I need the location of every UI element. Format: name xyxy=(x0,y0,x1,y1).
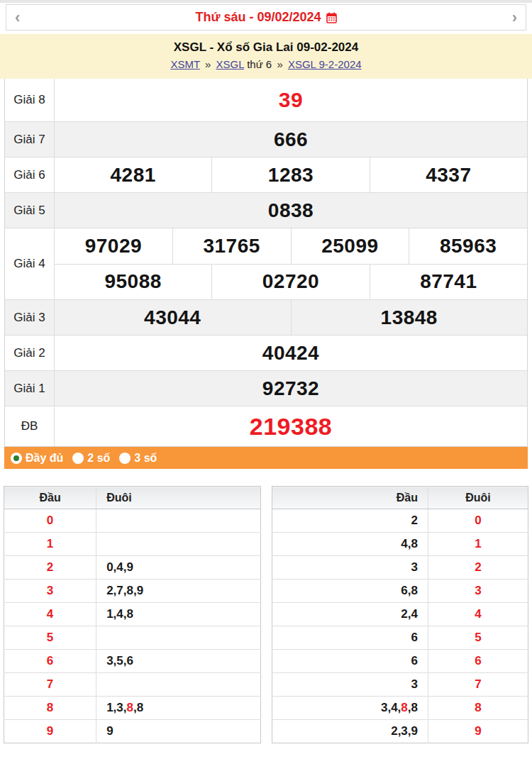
radio-icon[interactable] xyxy=(72,453,84,464)
prize-number: 31765 xyxy=(172,228,291,264)
table-row: 99 xyxy=(4,720,261,743)
prize-number: 87741 xyxy=(370,265,527,300)
table-row: 20 xyxy=(272,509,528,533)
prize-number: 95088 xyxy=(55,265,211,300)
table-row: 3,4,8,88 xyxy=(272,697,528,720)
column-header-duoi: Đuôi xyxy=(428,487,528,509)
prize-label: Giải 3 xyxy=(5,300,55,335)
prize-number: 85963 xyxy=(409,228,527,264)
page-title: XSGL - Xổ số Gia Lai 09-02-2024 xyxy=(0,40,532,55)
prize-row-giai8: Giải 8 39 xyxy=(5,79,527,121)
prize-number: 97029 xyxy=(55,228,172,264)
prize-row-giai3: Giải 3 43044 13848 xyxy=(5,299,527,335)
prize-number: 4337 xyxy=(370,157,527,192)
tail-digit: 6 xyxy=(428,650,528,673)
head-digits: 6,8 xyxy=(272,580,428,603)
filter-option-2so[interactable]: 2 số xyxy=(72,452,110,465)
head-digits: 3 xyxy=(272,556,428,580)
column-header-dau: Đầu xyxy=(272,487,428,509)
table-row: 7 xyxy=(4,673,261,697)
table-row: 2,3,99 xyxy=(272,720,528,743)
prize-row-giai6: Giải 6 4281 1283 4337 xyxy=(5,157,527,192)
tail-digit: 1 xyxy=(428,533,528,556)
tail-digit: 8 xyxy=(428,697,528,720)
tail-digits xyxy=(96,533,260,556)
tail-digit: 5 xyxy=(428,626,528,650)
prize-row-giai5: Giải 5 0838 xyxy=(5,192,527,228)
prize-row-giai4: Giải 4 97029 31765 25099 85963 95088 027… xyxy=(5,228,527,299)
tail-digits: 1,3,8,8 xyxy=(96,697,260,720)
prize-row-giai2: Giải 2 40424 xyxy=(5,335,527,370)
table-row: 81,3,8,8 xyxy=(4,697,261,720)
tail-to-head-table: Đầu Đuôi 20 4,81 32 6,83 2,44 65 66 37 3… xyxy=(272,486,529,743)
top-divider xyxy=(0,0,532,3)
radio-icon[interactable] xyxy=(119,453,131,464)
filter-option-label: Đầy đủ xyxy=(26,452,63,465)
tail-digits: 3,5,6 xyxy=(96,650,260,673)
head-digits: 3 xyxy=(272,673,428,697)
prize-label: ĐB xyxy=(5,406,55,446)
prize-number: 92732 xyxy=(55,371,527,406)
tail-digit: 2 xyxy=(428,556,528,580)
prize-row-db: ĐB 219388 xyxy=(5,406,527,446)
head-digit: 7 xyxy=(4,673,96,697)
table-row: 5 xyxy=(4,626,261,650)
table-row: 1 xyxy=(4,533,261,556)
filter-option-label: 2 số xyxy=(87,452,110,465)
calendar-icon[interactable] xyxy=(326,12,337,23)
tail-digit: 7 xyxy=(428,673,528,697)
filter-option-3so[interactable]: 3 số xyxy=(119,452,157,465)
prize-number: 0838 xyxy=(55,193,527,228)
head-digits: 2,4 xyxy=(272,603,428,626)
table-row: 32 xyxy=(272,556,528,580)
prize-number: 4281 xyxy=(55,157,211,192)
table-row: 2,44 xyxy=(272,603,528,626)
tail-digits xyxy=(96,626,260,650)
breadcrumb-text: thứ 6 xyxy=(247,58,272,70)
prize-number: 13848 xyxy=(291,300,528,335)
chevron-right-icon[interactable]: › xyxy=(512,10,517,26)
prize-label: Giải 6 xyxy=(5,157,55,192)
tail-digit: 3 xyxy=(428,580,528,603)
head-digit: 2 xyxy=(4,556,96,580)
breadcrumb: XSMT » XSGL thứ 6 » XSGL 9-2-2024 xyxy=(0,58,532,70)
radio-selected-icon[interactable] xyxy=(11,453,22,464)
chevron-left-icon[interactable]: ‹ xyxy=(15,10,20,26)
head-digits: 3,4,8,8 xyxy=(272,697,428,720)
head-digits: 6 xyxy=(272,626,428,650)
head-to-tail-table: Đầu Đuôi 0 1 20,4,9 32,7,8,9 41,4,8 5 63… xyxy=(4,486,261,743)
tail-digits: 0,4,9 xyxy=(96,556,260,580)
prize-label: Giải 5 xyxy=(5,193,55,228)
tail-digit: 4 xyxy=(428,603,528,626)
breadcrumb-link-xsgl[interactable]: XSGL xyxy=(216,58,244,70)
head-digit: 9 xyxy=(4,720,96,743)
table-header-row: Đầu Đuôi xyxy=(4,487,261,509)
prize-label: Giải 7 xyxy=(5,122,55,157)
head-digit: 5 xyxy=(4,626,96,650)
prize-row-giai7: Giải 7 666 xyxy=(5,121,527,157)
head-digit: 8 xyxy=(4,697,96,720)
prize-number: 02720 xyxy=(211,265,369,300)
filter-option-full[interactable]: Đầy đủ xyxy=(11,452,63,465)
table-row: 32,7,8,9 xyxy=(4,580,261,603)
head-digits: 6 xyxy=(272,650,428,673)
prize-number: 25099 xyxy=(291,228,409,264)
column-header-dau: Đầu xyxy=(4,487,96,509)
breadcrumb-link-xsmt[interactable]: XSMT xyxy=(170,58,199,70)
prize-number: 666 xyxy=(55,122,527,157)
table-row: 63,5,6 xyxy=(4,650,261,673)
head-digit: 1 xyxy=(4,533,96,556)
prize-label: Giải 2 xyxy=(5,336,55,370)
tail-digits xyxy=(96,509,260,533)
lottery-results-table: Giải 8 39 Giải 7 666 Giải 6 4281 1283 43… xyxy=(4,79,528,447)
table-row: 6,83 xyxy=(272,580,528,603)
head-digit: 3 xyxy=(4,580,96,603)
special-prize-number: 219388 xyxy=(55,406,527,446)
breadcrumb-link-date[interactable]: XSGL 9-2-2024 xyxy=(288,58,362,70)
tail-digits xyxy=(96,673,260,697)
breadcrumb-separator: » xyxy=(205,58,211,70)
head-digits: 4,8 xyxy=(272,533,428,556)
prize-row-giai1: Giải 1 92732 xyxy=(5,370,527,406)
result-banner: XSGL - Xổ số Gia Lai 09-02-2024 XSMT » X… xyxy=(0,34,532,79)
table-row: 65 xyxy=(272,626,528,650)
